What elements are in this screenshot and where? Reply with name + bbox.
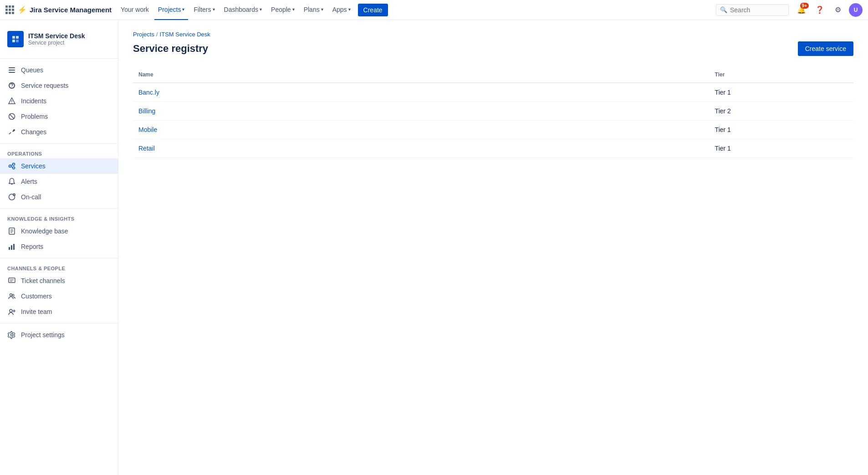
sidebar-item-alerts[interactable]: Alerts [0,174,118,189]
nav-dashboards[interactable]: Dashboards ▾ [220,0,266,20]
services-icon [7,162,16,170]
nav-plans[interactable]: Plans ▾ [300,0,327,20]
sidebar-divider [0,58,118,59]
sidebar-item-customers[interactable]: Customers [0,288,118,304]
chevron-down-icon: ▾ [292,7,295,12]
nav-people[interactable]: People ▾ [267,0,298,20]
search-input[interactable] [730,6,785,14]
nav-filters[interactable]: Filters ▾ [190,0,218,20]
svg-rect-8 [11,100,12,102]
service-requests-icon [7,81,16,90]
changes-icon [7,128,16,136]
svg-line-11 [10,114,14,119]
sidebar-divider-4 [0,258,118,258]
sidebar-item-service-requests[interactable]: Service requests [0,78,118,93]
sidebar-item-reports[interactable]: Reports [0,239,118,254]
project-name: ITSM Service Desk [28,32,85,40]
page-header: Service registry Create service [133,41,853,56]
table-row: Banc.ly Tier 1 [133,83,853,102]
nav-your-work[interactable]: Your work [117,0,153,20]
svg-rect-4 [9,67,15,68]
svg-point-31 [10,309,12,312]
svg-point-30 [12,294,14,296]
table-row: Retail Tier 1 [133,139,853,158]
svg-point-34 [11,334,13,336]
app-logo[interactable]: ⚡ Jira Service Management [5,5,112,14]
service-link[interactable]: Mobile [138,126,157,133]
tier-cell: Tier 2 [710,102,853,121]
main-content: Projects / ITSM Service Desk Service reg… [118,20,868,475]
sidebar-item-incidents[interactable]: Incidents [0,93,118,109]
search-bar[interactable]: 🔍 [716,4,789,16]
col-header-name: Name [133,67,710,83]
top-navigation: ⚡ Jira Service Management Your work Proj… [0,0,868,20]
queues-icon [7,66,16,74]
project-settings-icon [7,331,16,339]
nav-projects[interactable]: Projects ▾ [154,0,189,20]
tier-cell: Tier 1 [710,83,853,102]
sidebar-divider-3 [0,208,118,209]
svg-rect-1 [16,36,19,39]
svg-rect-3 [16,40,19,42]
notifications-button[interactable]: 🔔 9+ [794,3,809,17]
svg-rect-26 [9,278,15,283]
sidebar-item-on-call[interactable]: On-call [0,189,118,205]
sidebar-project[interactable]: ITSM Service Desk Service project [0,27,118,55]
table-row: Billing Tier 2 [133,102,853,121]
create-button[interactable]: Create [358,4,388,16]
sidebar-item-services[interactable]: Services [0,158,118,174]
create-service-button[interactable]: Create service [798,41,853,56]
breadcrumb: Projects / ITSM Service Desk [133,31,853,38]
tier-cell: Tier 1 [710,139,853,158]
svg-rect-5 [9,70,15,71]
grid-icon [5,5,14,14]
project-type: Service project [28,40,85,46]
page-layout: ITSM Service Desk Service project Queues… [0,20,868,475]
sidebar: ITSM Service Desk Service project Queues… [0,20,118,475]
chevron-down-icon: ▾ [348,7,351,12]
operations-section-label: OPERATIONS [0,147,118,158]
settings-button[interactable]: ⚙ [831,3,845,17]
sidebar-item-knowledge-base[interactable]: Knowledge base [0,223,118,239]
nav-apps[interactable]: Apps ▾ [329,0,354,20]
svg-rect-23 [9,247,10,250]
avatar[interactable]: U [849,3,863,17]
service-link[interactable]: Billing [138,107,155,115]
notification-badge: 9+ [800,3,809,9]
svg-point-12 [9,165,11,167]
lightning-icon: ⚡ [18,5,27,14]
nav-icons: 🔔 9+ ❓ ⚙ U [794,3,863,17]
project-icon [7,31,24,47]
svg-rect-6 [9,72,15,73]
sidebar-divider-5 [0,323,118,323]
sidebar-divider-2 [0,143,118,144]
sidebar-item-queues[interactable]: Queues [0,62,118,78]
service-table: Name Tier Banc.ly Tier 1 Billing Tier 2 … [133,67,853,158]
search-icon: 🔍 [720,6,727,13]
alerts-icon [7,177,16,186]
sidebar-item-ticket-channels[interactable]: Ticket channels [0,273,118,288]
breadcrumb-projects[interactable]: Projects [133,31,154,38]
svg-line-15 [11,165,13,166]
sidebar-item-changes[interactable]: Changes [0,124,118,140]
svg-point-14 [13,167,15,169]
service-link[interactable]: Retail [138,145,155,152]
svg-line-16 [11,167,13,167]
svg-rect-25 [13,244,15,250]
invite-team-icon [7,308,16,316]
knowledge-section-label: KNOWLEDGE & INSIGHTS [0,212,118,223]
on-call-icon [7,193,16,201]
page-title: Service registry [133,43,208,55]
problems-icon [7,112,16,121]
chevron-down-icon: ▾ [213,7,215,12]
app-title: Jira Service Management [30,6,112,14]
sidebar-item-problems[interactable]: Problems [0,109,118,124]
ticket-channels-icon [7,277,16,285]
sidebar-item-invite-team[interactable]: Invite team [0,304,118,319]
sidebar-item-project-settings[interactable]: Project settings [0,327,118,343]
service-link[interactable]: Banc.ly [138,89,159,96]
breadcrumb-project-name[interactable]: ITSM Service Desk [160,31,210,38]
help-button[interactable]: ❓ [812,3,827,17]
svg-point-13 [13,163,15,166]
svg-rect-0 [12,36,15,39]
